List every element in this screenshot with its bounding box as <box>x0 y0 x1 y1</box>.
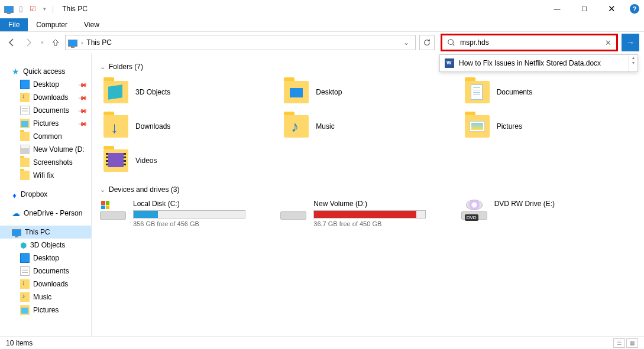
tree-music[interactable]: Music <box>0 291 91 304</box>
tree-this-pc[interactable]: This PC <box>0 226 91 239</box>
tree-common[interactable]: Common <box>0 130 91 143</box>
tree-documents2[interactable]: Documents <box>0 265 91 278</box>
suggestion-scroll[interactable]: ▴▾ <box>628 55 637 71</box>
pc-icon <box>68 40 77 47</box>
tab-view[interactable]: View <box>76 18 108 31</box>
qat-checkbox-icon[interactable]: ☑ <box>27 4 38 14</box>
pictures-icon <box>20 119 30 128</box>
tree-label: OneDrive - Person <box>24 209 82 217</box>
onedrive-icon: ☁ <box>12 208 20 218</box>
tree-label: Documents <box>33 267 69 275</box>
address-location[interactable]: This PC <box>86 38 112 47</box>
nav-tree: ★Quick access Desktop📌 Downloads📌 Docume… <box>0 53 92 336</box>
tree-pictures2[interactable]: Pictures <box>0 304 91 317</box>
details-view-button[interactable]: ☰ <box>613 338 625 348</box>
qat-properties-icon[interactable]: ▯ <box>15 4 26 14</box>
clear-search-button[interactable]: ✕ <box>600 38 616 47</box>
chevron-down-icon: ⌄ <box>100 186 105 194</box>
drive-name: New Volume (D:) <box>313 200 455 208</box>
tree-label: Pictures <box>33 119 59 128</box>
qat-dropdown-icon[interactable]: ▾ <box>39 4 50 14</box>
search-box[interactable]: ✕ <box>441 34 618 51</box>
usage-bar <box>313 210 426 218</box>
folder-icon <box>20 132 30 141</box>
forward-button[interactable] <box>21 35 35 50</box>
address-dropdown[interactable]: ⌄ <box>400 38 413 47</box>
suggestion-item[interactable]: How to Fix Issues in Netflix Stored Data… <box>440 55 628 71</box>
tab-file[interactable]: File <box>0 18 28 31</box>
refresh-button[interactable] <box>419 35 435 50</box>
folder-pictures[interactable]: Pictures <box>461 111 636 142</box>
tree-desktop[interactable]: Desktop📌 <box>0 78 91 91</box>
recent-dropdown[interactable]: ▾ <box>38 35 46 50</box>
up-button[interactable] <box>48 35 63 50</box>
tree-label: Quick access <box>23 67 65 76</box>
drive-e[interactable]: DVD DVD RW Drive (E:) <box>461 200 636 227</box>
back-button[interactable] <box>5 35 19 50</box>
music-icon <box>20 292 30 302</box>
icons-view-button[interactable]: ▦ <box>626 338 638 348</box>
folder-3d-objects[interactable]: 3D Objects <box>100 77 274 107</box>
tree-new-volume[interactable]: New Volume (D: <box>0 143 91 156</box>
folder-label: Music <box>316 122 334 131</box>
tree-screenshots[interactable]: Screenshots <box>0 156 91 169</box>
tree-onedrive[interactable]: ☁OneDrive - Person <box>0 207 91 220</box>
drive-icon <box>20 145 30 154</box>
tree-label: Desktop <box>33 254 59 262</box>
tree-pictures[interactable]: Pictures📌 <box>0 117 91 130</box>
documents-icon <box>20 106 30 115</box>
nav-bar: ▾ › This PC ⌄ ✕ → <box>0 32 644 53</box>
status-bar: 10 items ☰ ▦ <box>0 336 644 349</box>
folder-icon: ♪ <box>284 115 309 138</box>
drive-c[interactable]: Local Disk (C:) 356 GB free of 456 GB <box>100 200 274 227</box>
drive-d[interactable]: New Volume (D:) 36.7 GB free of 450 GB <box>280 200 455 227</box>
downloads-icon <box>20 93 30 102</box>
folder-label: Pictures <box>497 122 522 131</box>
drive-name: DVD RW Drive (E:) <box>494 200 636 208</box>
folder-label: Videos <box>135 156 157 165</box>
tree-dropbox[interactable]: ⬧Dropbox <box>0 188 91 201</box>
usage-bar <box>133 210 245 218</box>
help-button[interactable]: ? <box>630 4 639 14</box>
folder-label: Downloads <box>135 122 170 131</box>
close-button[interactable]: ✕ <box>598 0 625 18</box>
title-bar: ▯ ☑ ▾ | This PC — ☐ ✕ ? <box>0 0 644 18</box>
svg-point-0 <box>448 40 454 45</box>
folder-desktop[interactable]: Desktop <box>280 77 455 107</box>
word-doc-icon <box>445 58 454 68</box>
tab-computer[interactable]: Computer <box>28 18 76 31</box>
search-suggestions: How to Fix Issues in Netflix Stored Data… <box>439 54 638 72</box>
folder-documents[interactable]: Documents <box>461 77 636 107</box>
pc-icon <box>12 229 21 236</box>
item-count: 10 items <box>6 339 33 347</box>
desktop-icon <box>20 253 30 263</box>
tree-documents[interactable]: Documents📌 <box>0 104 91 117</box>
chevron-right-icon[interactable]: › <box>81 40 83 46</box>
section-drives[interactable]: ⌄ Devices and drives (3) <box>100 185 636 194</box>
folder-icon <box>20 158 30 167</box>
tree-label: Wifi fix <box>33 171 54 180</box>
folder-downloads[interactable]: ↓Downloads <box>100 111 274 142</box>
tree-wifi-fix[interactable]: Wifi fix <box>0 169 91 182</box>
maximize-button[interactable]: ☐ <box>571 0 598 18</box>
tree-label: 3D Objects <box>30 241 65 249</box>
star-icon: ★ <box>12 67 20 76</box>
minimize-button[interactable]: — <box>543 0 571 18</box>
folder-icon: ↓ <box>103 115 128 138</box>
ribbon-tabs: File Computer View <box>0 18 644 32</box>
address-bar[interactable]: › This PC ⌄ <box>65 35 416 50</box>
folder-music[interactable]: ♪Music <box>280 111 455 142</box>
search-go-button[interactable]: → <box>622 34 639 51</box>
drives-grid: Local Disk (C:) 356 GB free of 456 GB Ne… <box>100 200 636 227</box>
dropbox-icon: ⬧ <box>12 190 17 200</box>
tree-downloads[interactable]: Downloads📌 <box>0 91 91 104</box>
pc-icon <box>4 4 14 14</box>
folder-icon <box>465 115 490 138</box>
tree-3d-objects[interactable]: ⬢3D Objects <box>0 239 91 252</box>
search-input[interactable] <box>460 35 600 50</box>
tree-desktop2[interactable]: Desktop <box>0 252 91 265</box>
tree-quick-access[interactable]: ★Quick access <box>0 65 91 78</box>
folder-videos[interactable]: Videos <box>100 145 274 176</box>
tree-downloads2[interactable]: Downloads <box>0 278 91 291</box>
folder-label: 3D Objects <box>135 88 170 96</box>
